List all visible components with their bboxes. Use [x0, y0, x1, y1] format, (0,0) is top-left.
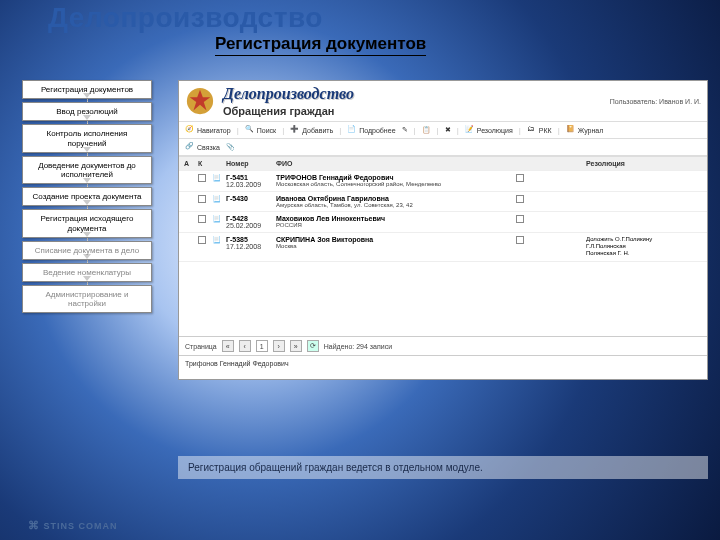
cell-res [584, 214, 694, 216]
record-count: Найдено: 294 записи [324, 343, 392, 350]
navigator-label: Навигатор [197, 127, 231, 134]
cell-fio: СКРИПИНА Зоя ВикторовнаМосква [274, 235, 514, 250]
data-grid: А К Номер ФИО Резолюция 📃 Г-545112.03.20… [179, 156, 707, 336]
page-number[interactable]: 1 [256, 340, 268, 352]
cell-mark[interactable] [514, 173, 584, 184]
status-bar: Страница « ‹ 1 › » ⟳ Найдено: 294 записи [179, 336, 707, 355]
separator: | [437, 126, 439, 135]
col-num[interactable]: Номер [224, 159, 274, 168]
link-button[interactable]: 🔗Связка [185, 142, 220, 152]
section-title: Обращения граждан [223, 105, 610, 117]
separator: | [339, 126, 341, 135]
copy-button[interactable]: 📋 [422, 126, 431, 134]
col-a[interactable]: А [182, 159, 196, 168]
brand-logo: ⌘ STINS COMAN [28, 519, 118, 532]
cell-number: Г-545112.03.2009 [224, 173, 274, 189]
prev-page-button[interactable]: ‹ [239, 340, 251, 352]
cell-mark[interactable] [514, 235, 584, 246]
emblem-icon [185, 86, 215, 116]
user-name: Иванов И. И. [659, 98, 701, 105]
cell-number: Г-542825.02.2009 [224, 214, 274, 230]
col-k[interactable]: К [196, 159, 210, 168]
toolbar-secondary: 🔗Связка 📎 [179, 139, 707, 156]
cell-fio: ТРИФОНОВ Геннадий ФедоровичМосковская об… [274, 173, 514, 188]
search-icon: 🔍 [245, 125, 255, 135]
cell-checkbox[interactable] [196, 235, 210, 246]
first-page-button[interactable]: « [222, 340, 234, 352]
window-header: Делопроизводство Обращения граждан Польз… [179, 81, 707, 122]
app-window: Делопроизводство Обращения граждан Польз… [178, 80, 708, 380]
separator: | [282, 126, 284, 135]
doc-icon: 📃 [210, 173, 224, 183]
user-info: Пользователь: Иванов И. И. [610, 98, 701, 105]
app-title: Делопроизводство [223, 85, 610, 103]
page-sub-title: Регистрация документов [215, 34, 426, 56]
separator: | [558, 126, 560, 135]
logo-icon: ⌘ [28, 519, 40, 531]
logo-text: STINS COMAN [44, 521, 118, 531]
separator: | [414, 126, 416, 135]
add-label: Добавить [302, 127, 333, 134]
rkk-label: РКК [539, 127, 552, 134]
add-icon: ➕ [290, 125, 300, 135]
navigator-button[interactable]: 🧭Навигатор [185, 125, 231, 135]
cell-number: Г-538517.12.2008 [224, 235, 274, 251]
cell-res [584, 173, 694, 175]
flow-admin[interactable]: Администрирование и настройки [22, 285, 152, 313]
slide-caption: Регистрация обращений граждан ведется в … [178, 456, 708, 479]
detail-panel: Трифонов Геннадий Федорович [179, 355, 707, 379]
user-prefix: Пользователь: [610, 98, 657, 105]
table-row[interactable]: 📃 Г-542825.02.2009 Маховиков Лев Иннокен… [179, 212, 707, 233]
toolbar-main: 🧭Навигатор | 🔍Поиск | ➕Добавить | 📄Подро… [179, 122, 707, 139]
cell-checkbox[interactable] [196, 214, 210, 225]
edit-icon-button[interactable]: ✎ [402, 126, 408, 134]
link-label: Связка [197, 144, 220, 151]
col-res[interactable]: Резолюция [584, 159, 694, 168]
refresh-button[interactable]: ⟳ [307, 340, 319, 352]
navigator-icon: 🧭 [185, 125, 195, 135]
page-label: Страница [185, 343, 217, 350]
cell-res [584, 194, 694, 196]
add-button[interactable]: ➕Добавить [290, 125, 333, 135]
last-page-button[interactable]: » [290, 340, 302, 352]
resolution-button[interactable]: 📝Резолюция [465, 125, 513, 135]
rkk-button[interactable]: 🗂РКК [527, 125, 552, 135]
details-label: Подробнее [359, 127, 395, 134]
cell-res: Доложить О.Г.ПоликинуГ.Л.Полянская Полян… [584, 235, 694, 259]
cell-checkbox[interactable] [196, 194, 210, 205]
doc-icon: 📃 [210, 194, 224, 204]
cell-flag [182, 214, 196, 216]
delete-button[interactable]: ✖ [445, 126, 451, 134]
cell-flag [182, 194, 196, 196]
rkk-icon: 🗂 [527, 125, 537, 135]
details-icon: 📄 [347, 125, 357, 135]
journal-icon: 📔 [566, 125, 576, 135]
cell-checkbox[interactable] [196, 173, 210, 184]
sidebar: Регистрация документов Ввод резолюций Ко… [22, 80, 152, 331]
attach-button[interactable]: 📎 [226, 143, 235, 151]
page-main-title: Делопроизводство [48, 2, 323, 34]
grid-header: А К Номер ФИО Резолюция [179, 157, 707, 171]
cell-mark[interactable] [514, 194, 584, 205]
cell-flag [182, 173, 196, 175]
cell-fio: Маховиков Лев ИннокентьевичРОССИЯ [274, 214, 514, 229]
search-label: Поиск [257, 127, 276, 134]
table-row[interactable]: 📃 Г-5430 Иванова Октябрина ГавриловнаАму… [179, 192, 707, 212]
cell-mark[interactable] [514, 214, 584, 225]
next-page-button[interactable]: › [273, 340, 285, 352]
details-button[interactable]: 📄Подробнее [347, 125, 395, 135]
journal-button[interactable]: 📔Журнал [566, 125, 604, 135]
resolution-label: Резолюция [477, 127, 513, 134]
doc-icon: 📃 [210, 214, 224, 224]
resolution-icon: 📝 [465, 125, 475, 135]
table-row[interactable]: 📃 Г-538517.12.2008 СКРИПИНА Зоя Викторов… [179, 233, 707, 262]
col-spacer [514, 159, 584, 161]
separator: | [519, 126, 521, 135]
separator: | [237, 126, 239, 135]
separator: | [457, 126, 459, 135]
cell-flag [182, 235, 196, 237]
link-icon: 🔗 [185, 142, 195, 152]
search-button[interactable]: 🔍Поиск [245, 125, 276, 135]
table-row[interactable]: 📃 Г-545112.03.2009 ТРИФОНОВ Геннадий Фед… [179, 171, 707, 192]
col-fio[interactable]: ФИО [274, 159, 514, 168]
